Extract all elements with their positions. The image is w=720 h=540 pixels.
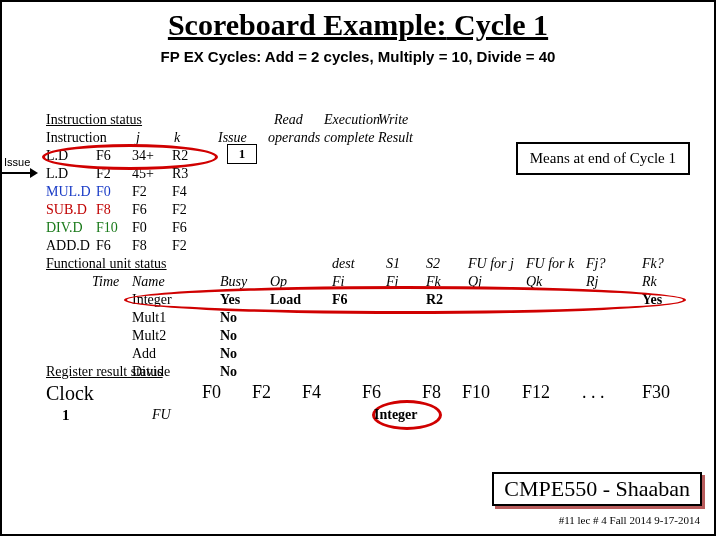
reg-header: F8 xyxy=(422,382,441,403)
instr-col-exec: Execution xyxy=(324,112,380,128)
instr-cell: ADD.D xyxy=(46,238,90,254)
instr-cell: R3 xyxy=(172,166,188,182)
fu-col-fuk: FU for k xyxy=(526,256,574,272)
fu-col-fkq: Fk? xyxy=(642,256,664,272)
instr-col-complete: complete xyxy=(324,130,375,146)
instr-cell: F2 xyxy=(132,184,147,200)
slide-title: Scoreboard Example: Cycle 1 xyxy=(2,8,714,42)
reg-header: F2 xyxy=(252,382,271,403)
instr-col-k: k xyxy=(174,130,180,146)
fu-col-time: Time xyxy=(92,274,119,290)
fu-col-s1: S1 xyxy=(386,256,400,272)
svg-marker-1 xyxy=(30,168,38,178)
slide: Scoreboard Example: Cycle 1 FP EX Cycles… xyxy=(0,0,716,536)
instr-col-write: Write xyxy=(378,112,408,128)
instr-col-result: Result xyxy=(378,130,413,146)
instr-cell: F2 xyxy=(172,202,187,218)
fu-cell: No xyxy=(220,328,237,344)
fu-cell: No xyxy=(220,364,237,380)
clock-value: 1 xyxy=(62,407,70,424)
slide-subtitle: FP EX Cycles: Add = 2 cycles, Multiply =… xyxy=(2,48,714,65)
fu-col-fjq: Fj? xyxy=(586,256,605,272)
instr-cell: DIV.D xyxy=(46,220,83,236)
instr-col-read: Read xyxy=(274,112,303,128)
fu-cell: Mult1 xyxy=(132,310,166,326)
issue-side-label: Issue xyxy=(4,156,30,168)
fu-label: FU xyxy=(152,407,171,423)
footer-small: #11 lec # 4 Fall 2014 9-17-2014 xyxy=(559,514,700,526)
reg-header: F0 xyxy=(202,382,221,403)
instr-status-header: Instruction status xyxy=(46,112,142,128)
instr-cell: L.D xyxy=(46,166,68,182)
instr-cell: F4 xyxy=(172,184,187,200)
fu-cell: Add xyxy=(132,346,156,362)
reg-value: Integer xyxy=(374,407,418,423)
highlight-oval-2 xyxy=(124,286,686,314)
fu-status-header: Functional unit status xyxy=(46,256,167,272)
fu-col-name: Name xyxy=(132,274,165,290)
instr-col-instruction: Instruction xyxy=(46,130,107,146)
instr-col-operands: operands xyxy=(268,130,320,146)
fu-col-fuj: FU for j xyxy=(468,256,514,272)
clock-label: Clock xyxy=(46,382,94,405)
instr-cell: MUL.D xyxy=(46,184,91,200)
fu-col-dest: dest xyxy=(332,256,355,272)
instr-cell: F8 xyxy=(132,238,147,254)
instr-cell: SUB.D xyxy=(46,202,87,218)
highlight-oval-1 xyxy=(42,144,218,170)
fu-cell: No xyxy=(220,310,237,326)
title-part-b: Cycle 1 xyxy=(446,8,548,41)
fu-cell: Mult2 xyxy=(132,328,166,344)
reg-status-header: Register result status xyxy=(46,364,163,380)
fu-col-rj: Rj xyxy=(586,274,598,290)
instr-cell: F0 xyxy=(132,220,147,236)
instr-cell: F10 xyxy=(96,220,118,236)
reg-header: F12 xyxy=(522,382,550,403)
instr-cell: F8 xyxy=(96,202,111,218)
reg-header: F30 xyxy=(642,382,670,403)
fu-col-rk: Rk xyxy=(642,274,657,290)
instr-cell: F0 xyxy=(96,184,111,200)
means-box: Means at end of Cycle 1 xyxy=(516,142,690,175)
reg-header: F4 xyxy=(302,382,321,403)
reg-header: F10 xyxy=(462,382,490,403)
fu-col-s2: S2 xyxy=(426,256,440,272)
issue-value-box: 1 xyxy=(227,144,257,164)
footer-box: CMPE550 - Shaaban xyxy=(492,472,702,506)
instr-cell: F6 xyxy=(132,202,147,218)
fu-cell: No xyxy=(220,346,237,362)
arrow-right-icon xyxy=(2,168,38,178)
reg-header: . . . xyxy=(582,382,605,403)
reg-header: F6 xyxy=(362,382,381,403)
instr-cell: F6 xyxy=(96,238,111,254)
instr-cell: F6 xyxy=(172,220,187,236)
title-part-a: Scoreboard Example: xyxy=(168,8,447,41)
instr-cell: F2 xyxy=(172,238,187,254)
